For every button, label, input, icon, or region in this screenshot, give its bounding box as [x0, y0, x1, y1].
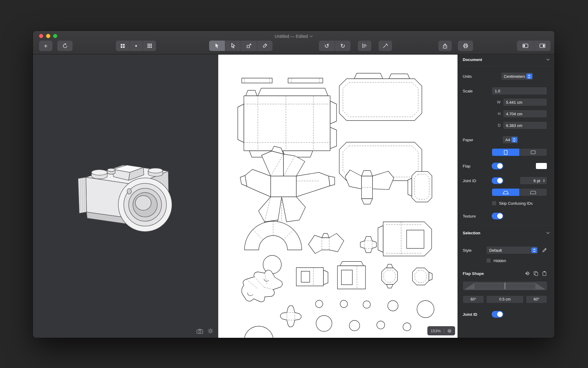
- document-section-header[interactable]: Document: [463, 56, 550, 63]
- scale-input[interactable]: [492, 87, 547, 95]
- gear-icon[interactable]: [208, 328, 213, 334]
- width-input[interactable]: [503, 98, 547, 106]
- height-input[interactable]: [503, 110, 547, 118]
- flap-dimensions-row: 60° 0.5 cm 60°: [463, 295, 547, 304]
- selection-joint-id-row: Joint ID: [463, 310, 547, 318]
- selection-joint-id-toggle[interactable]: [492, 311, 503, 318]
- camera-snapshot-icon[interactable]: [197, 328, 203, 334]
- selection-header-label: Selection: [463, 231, 480, 235]
- landscape-page-icon: [531, 150, 536, 154]
- zoom-divider: [444, 329, 444, 333]
- skip-confusing-ids-row: Skip Confusing IDs: [463, 199, 547, 207]
- view-grid-button[interactable]: [116, 41, 129, 51]
- gear-icon[interactable]: [447, 329, 452, 333]
- window-title-text: Untitled — Edited: [275, 34, 308, 39]
- direct-select-tool-button[interactable]: [225, 41, 241, 51]
- joint-id-toggle[interactable]: [492, 177, 503, 184]
- magic-layout-button[interactable]: [379, 41, 392, 51]
- zoom-indicator[interactable]: 153%: [427, 326, 455, 335]
- add-object-button[interactable]: +: [39, 41, 52, 51]
- flap-left-angle-value: 60°: [471, 297, 476, 301]
- scale-label: Scale: [463, 89, 473, 93]
- flap-right-angle-field[interactable]: 60°: [526, 295, 547, 303]
- depth-row: D: [463, 121, 547, 129]
- selection-section-header[interactable]: Selection: [463, 229, 550, 237]
- rotate-left-icon: ↺: [324, 43, 329, 49]
- rotate-right-icon: ↻: [340, 43, 345, 49]
- camera-3d-model[interactable]: [66, 142, 188, 246]
- texture-row: Texture: [463, 212, 547, 220]
- chevron-down-icon: [310, 35, 313, 37]
- model-viewport[interactable]: [33, 55, 218, 338]
- flap-width-field[interactable]: 0.5 cm: [486, 295, 524, 303]
- rotate-left-button[interactable]: ↺: [319, 41, 335, 51]
- add-icon: +: [44, 43, 48, 49]
- flap-trapezoid-icon: [502, 190, 509, 195]
- selection-joint-id-label: Joint ID: [463, 312, 477, 317]
- layout-canvas[interactable]: 153%: [218, 55, 458, 338]
- hidden-label: Hidden: [494, 258, 506, 263]
- depth-input[interactable]: [503, 121, 547, 129]
- flap-color-swatch[interactable]: [536, 163, 547, 169]
- style-dropdown[interactable]: Default: [486, 246, 538, 254]
- dropdown-stepper-icon: [531, 247, 537, 253]
- sync-icon: [62, 43, 68, 49]
- toggle-left-panel-button[interactable]: [517, 41, 534, 51]
- window-title[interactable]: Untitled — Edited: [33, 33, 554, 39]
- flap-shape-editor[interactable]: [463, 281, 547, 290]
- print-button[interactable]: [458, 41, 473, 51]
- landscape-option[interactable]: [519, 149, 547, 156]
- titlebar[interactable]: Untitled — Edited +: [33, 31, 554, 54]
- eraser-tool-button[interactable]: [257, 41, 273, 51]
- app-window: Untitled — Edited +: [33, 31, 554, 338]
- transform-tool-button[interactable]: [241, 41, 257, 51]
- scale-row: Scale: [463, 87, 547, 95]
- toggle-right-panel-button[interactable]: [534, 41, 551, 51]
- view-dense-grid-button[interactable]: [143, 41, 156, 51]
- inspector-sidebar: Document Units Centimeters Scale: [458, 55, 554, 338]
- scale-transform-icon: [246, 43, 252, 49]
- align-left-icon: [362, 43, 367, 49]
- flap-left-angle-field[interactable]: 60°: [463, 295, 484, 303]
- flip-horizontal-icon[interactable]: [525, 271, 530, 276]
- width-label: W: [490, 100, 501, 104]
- printer-icon: [463, 43, 469, 49]
- panel-left-icon: [522, 44, 528, 48]
- single-square-icon: [134, 44, 138, 48]
- flap-shape-tools: [525, 271, 547, 276]
- unfold-pattern[interactable]: [218, 55, 458, 338]
- paste-icon[interactable]: [542, 271, 547, 276]
- portrait-option[interactable]: [492, 149, 519, 156]
- skip-confusing-ids-checkbox[interactable]: [492, 201, 497, 206]
- magic-wand-icon: [383, 43, 388, 49]
- paper-dropdown[interactable]: A4: [502, 136, 519, 144]
- sync-button[interactable]: [57, 41, 73, 51]
- chevron-down-icon: [546, 232, 550, 234]
- select-tool-button[interactable]: [209, 41, 225, 51]
- edit-style-pencil-icon[interactable]: [542, 247, 547, 253]
- share-icon: [442, 43, 448, 49]
- units-dropdown[interactable]: Centimeters: [501, 72, 533, 80]
- texture-toggle[interactable]: [492, 213, 503, 219]
- paper-value: A4: [505, 138, 510, 142]
- dropdown-stepper-icon: [511, 137, 517, 143]
- flap-toggle[interactable]: [492, 163, 503, 169]
- units-label: Units: [463, 74, 472, 79]
- flap-width-value: 0.5 cm: [499, 297, 511, 301]
- copy-icon[interactable]: [533, 271, 539, 276]
- align-button[interactable]: [358, 41, 371, 51]
- chevron-down-icon: [546, 59, 550, 61]
- portrait-page-icon: [504, 150, 508, 155]
- share-button[interactable]: [438, 41, 452, 51]
- view-single-button[interactable]: [129, 41, 143, 51]
- flap-style-square-option[interactable]: [519, 189, 547, 196]
- hidden-row: Hidden: [463, 257, 547, 265]
- hidden-checkbox[interactable]: [486, 258, 491, 263]
- window-content: 153% Document Units Centimet: [33, 55, 554, 338]
- rotate-right-button[interactable]: ↻: [335, 41, 351, 51]
- grid-2x2-icon: [120, 44, 125, 48]
- flap-shape-preview-row: [463, 281, 547, 290]
- style-label: Style: [463, 248, 472, 253]
- joint-id-size-stepper[interactable]: 6 pt: [520, 177, 547, 185]
- flap-style-trapezoid-option[interactable]: [492, 189, 519, 196]
